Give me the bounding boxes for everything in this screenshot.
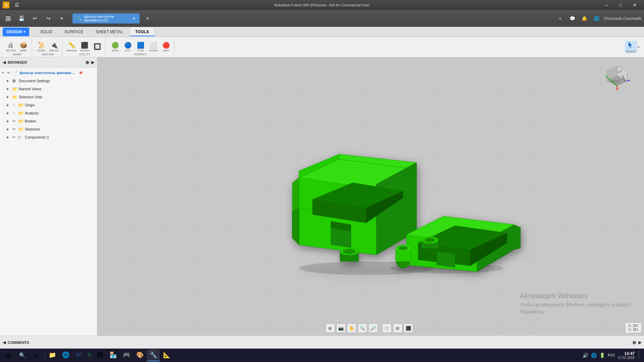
comments-expand-icon[interactable]: ▶ (638, 340, 641, 345)
tree-item-document-settings[interactable]: ▶ ⚙ Document Settings (0, 77, 97, 85)
tab-tools[interactable]: TOOLS (130, 27, 155, 36)
make-button[interactable]: 📦 Make (17, 41, 30, 53)
doc-tab-name: фильтр очиститель филамента v27 (84, 15, 129, 22)
draft-button[interactable]: 🟦 Draft (135, 41, 147, 53)
named-views-icon: 📁 (12, 87, 18, 92)
search-button[interactable]: 🔍 (15, 349, 29, 361)
taskbar-excel[interactable]: X (85, 349, 94, 361)
titlebar: A ☰ Autodesk Fusion 360 (Personal - Not … (0, 0, 644, 10)
add-file-icon[interactable]: + (555, 14, 565, 23)
coord-u: U: 361 (629, 328, 638, 331)
taskbar-explorer[interactable]: 📁 (46, 349, 59, 361)
undo-icon[interactable]: ↩ (30, 13, 40, 24)
new-tab-icon[interactable]: + (142, 13, 153, 24)
chat-icon[interactable]: 💬 (567, 14, 577, 23)
scripts-button[interactable]: 📜 Scripts (35, 41, 47, 53)
system-clock[interactable]: 14:47 17.02.2020 (618, 351, 635, 360)
utility2-button[interactable]: 🔲 (91, 41, 103, 53)
grid-icon[interactable]: ⊞ (393, 323, 402, 333)
comments-options-icon[interactable]: ⊕ (632, 340, 636, 345)
tab-surface[interactable]: SURFACE (59, 27, 89, 36)
app-menu-icon[interactable]: ☰ (11, 0, 22, 10)
axis-lines (97, 57, 198, 108)
zoom-fit-icon[interactable]: 🔍 (358, 323, 367, 333)
show-desktop-icon[interactable] (639, 351, 640, 360)
taskbar-fusion[interactable]: 🔧 (147, 349, 160, 361)
origin-icon: 📁 (18, 103, 24, 108)
language-indicator[interactable]: РУС (608, 353, 615, 357)
redo-icon[interactable]: ↪ (43, 13, 54, 24)
maximize-button[interactable]: □ (614, 0, 627, 10)
tree-item-selection-sets[interactable]: ▶ 📁 Selection Sets (0, 93, 97, 101)
tree-arrow-analysis: ▶ (7, 111, 11, 115)
viewcube[interactable]: FRONT TOP RIGHT (604, 64, 631, 91)
collapse-panel-icon[interactable]: ◀ (3, 60, 6, 65)
start-button[interactable]: ⊞ (1, 349, 15, 361)
draft-icon: 🟦 (137, 42, 144, 48)
arrow-down-icon[interactable]: ▾ (56, 13, 67, 24)
sound-icon[interactable]: 🔊 (583, 353, 588, 358)
taskbar-edge[interactable]: 🌐 (59, 349, 72, 361)
close-button[interactable]: ✕ (628, 0, 641, 10)
taskbar-store[interactable]: 🏪 (107, 349, 119, 361)
viewport[interactable]: FRONT TOP RIGHT Активация Windows Чтобы … (97, 57, 644, 335)
design-chevron-icon: ▾ (23, 30, 25, 34)
tree-label-origin: Origin (25, 103, 35, 107)
doc-tab-close-icon[interactable]: ✕ (132, 16, 136, 21)
tree-item-analysis[interactable]: ▶ 👁 📁 Analysis (0, 109, 97, 117)
tree-item-sketches[interactable]: ▶ 👁 📁 Sketches (0, 125, 97, 133)
tree-item-bodies[interactable]: ▶ 👁 📁 Bodies (0, 117, 97, 125)
addins-button[interactable]: 🔌 Add-Ins (48, 41, 60, 53)
display-mode-icon[interactable]: □ (382, 323, 392, 333)
inspect-group: 🟢 Zebra 🔵 Curv. 🟦 Draft ⬜ Section 🔴 (107, 38, 175, 56)
home-icon[interactable]: ⊞ (3, 13, 13, 24)
tree-item-root[interactable]: ▼ 👁 📄 фильтр очиститель филамен... 📌 (0, 69, 97, 77)
collapse-comments-icon[interactable]: ◀ (3, 340, 6, 345)
tree-item-origin[interactable]: ▶ 👁 📁 Origin (0, 101, 97, 109)
orient-icon[interactable]: ⊕ (326, 323, 335, 333)
inspect-section-button[interactable]: ⬜ Section (147, 41, 159, 53)
design-mode-button[interactable]: DESIGN ▾ (3, 28, 29, 36)
doc-root-icon: 📄 (13, 70, 19, 75)
pan-icon[interactable]: ✋ (347, 323, 356, 333)
tools-row: 🖨 3D Print 📦 Make MAKE 📜 Scripts 🔌 A (0, 37, 644, 57)
tree-arrow-bodies: ▶ (7, 119, 11, 123)
svg-marker-38 (514, 224, 521, 250)
viewport-controls: ⊕ 📷 ✋ 🔍 🔎 □ ⊞ ⬛ (326, 323, 416, 333)
taskbar-photos[interactable]: 🖼 (95, 349, 106, 361)
environment-icon[interactable]: ⬛ (404, 323, 413, 333)
select-button[interactable]: SELECT (625, 41, 637, 53)
svg-marker-25 (292, 177, 299, 211)
document-tab[interactable]: 🔧 фильтр очиститель филамента v27 ✕ (72, 13, 140, 23)
interference-button[interactable]: 🔴 Interf. (160, 41, 172, 53)
tree-item-component[interactable]: ▶ 👁 □ Component1:1 (0, 133, 97, 141)
section-button[interactable]: ⬛ Section (79, 41, 91, 53)
zebra-button[interactable]: 🟢 Zebra (109, 41, 121, 53)
scripts-icon: 📜 (38, 42, 45, 48)
svg-point-36 (425, 238, 435, 242)
network-icon[interactable]: 🌐 (591, 353, 597, 358)
tree-item-named-views[interactable]: ▶ 📁 Named Views (0, 85, 97, 93)
tab-solid[interactable]: SOLID (35, 27, 58, 36)
task-view-button[interactable]: 🗂 (30, 349, 43, 361)
minimize-button[interactable]: ─ (600, 0, 613, 10)
save-icon[interactable]: 💾 (16, 13, 27, 24)
browser-expand-icon[interactable]: ▶ (91, 60, 94, 65)
taskbar-word[interactable]: W (73, 349, 84, 361)
taskbar-blender[interactable]: 🎨 (134, 349, 146, 361)
zoom-icon[interactable]: 🔎 (368, 323, 378, 333)
tab-sheet-metal[interactable]: SHEET METAL (90, 27, 129, 36)
curvature-button[interactable]: 🔵 Curv. (122, 41, 134, 53)
settings-icon: ⚙ (12, 79, 18, 84)
taskbar-cad[interactable]: 📐 (160, 349, 173, 361)
design-label: DESIGN (7, 30, 22, 34)
web-icon[interactable]: 🌐 (592, 14, 601, 23)
section-icon: ⬛ (81, 42, 88, 48)
view-camera-icon[interactable]: 📷 (336, 323, 346, 333)
measure-button[interactable]: 📏 Measure (66, 41, 78, 53)
battery-icon[interactable]: 🔋 (599, 353, 605, 358)
notification-icon[interactable]: 🔔 (580, 14, 589, 23)
taskbar-game[interactable]: 🎮 (120, 349, 133, 361)
browser-options-icon[interactable]: ⊕ (85, 60, 89, 65)
3dprint-button[interactable]: 🖨 3D Print (5, 41, 17, 53)
